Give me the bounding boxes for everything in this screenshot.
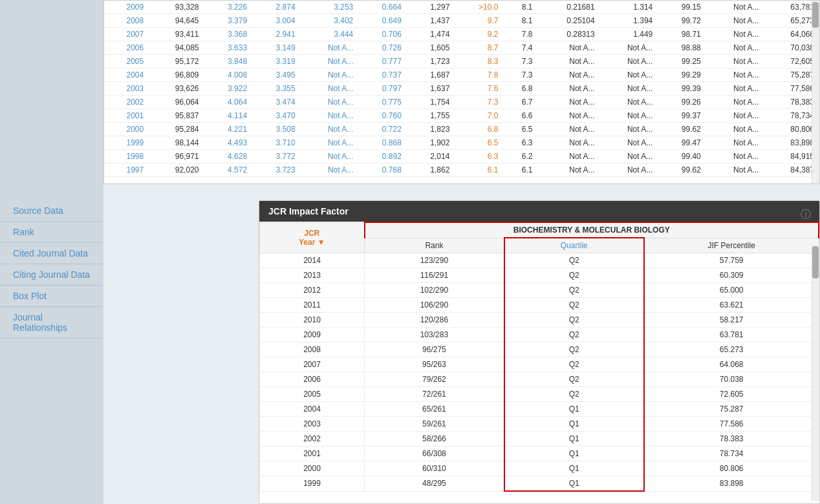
quartile-cell: Q2 bbox=[504, 328, 644, 342]
sidebar: Source DataRankCited Journal DataCiting … bbox=[0, 0, 103, 504]
sidebar-item-box-plot[interactable]: Box Plot bbox=[0, 286, 103, 307]
rank-column-header[interactable]: Rank bbox=[365, 238, 504, 253]
jif-percentile-cell: 78.734 bbox=[644, 446, 819, 461]
jcr-year-cell: 2008 bbox=[260, 342, 365, 357]
jif-percentile-cell: 57.759 bbox=[644, 253, 819, 268]
table-row: 200595,1723.8483.319Not A...0.7771,7238.… bbox=[104, 55, 819, 68]
table-row: 2000 60/310 Q1 80.806 bbox=[260, 461, 819, 476]
table-row: 2001 66/308 Q1 78.734 bbox=[260, 446, 819, 461]
year-cell: 2009 bbox=[104, 1, 149, 14]
table-row: 2012 102/290 Q2 65.000 bbox=[260, 283, 819, 298]
year-cell: 2004 bbox=[104, 68, 149, 82]
table-row: 200694,0853.6333.149Not A...0.7261,6058.… bbox=[104, 41, 819, 55]
year-cell: 2001 bbox=[104, 109, 149, 123]
jif-percentile-cell: 70.038 bbox=[644, 372, 819, 387]
jif-percentile-cell: 75.287 bbox=[644, 402, 819, 417]
year-cell: 2007 bbox=[104, 28, 149, 41]
jcr-year-cell: 2014 bbox=[260, 253, 365, 268]
jcr-year-cell: 2011 bbox=[260, 298, 365, 313]
top-table-scrollbar[interactable] bbox=[812, 1, 819, 184]
quartile-cell: Q1 bbox=[504, 446, 644, 461]
jif-percentile-cell: 63.621 bbox=[644, 298, 819, 313]
quartile-cell: Q2 bbox=[504, 313, 644, 328]
jcr-year-cell: 2003 bbox=[260, 417, 365, 432]
top-table-scrollbar-thumb[interactable] bbox=[812, 2, 819, 28]
table-row: 2009 103/283 Q2 63.781 bbox=[260, 328, 819, 342]
sidebar-item-citing-journal-data[interactable]: Citing Journal Data bbox=[0, 264, 103, 286]
jcr-panel-header: JCR Impact Factor bbox=[259, 201, 819, 222]
source-data-table: 200993,3283.2262.8743.2530.6641,297>10.0… bbox=[104, 1, 819, 177]
jcr-year-cell: 1999 bbox=[260, 476, 365, 492]
jcr-year-cell: 2009 bbox=[260, 328, 365, 342]
table-row: 2002 58/266 Q1 78.383 bbox=[260, 432, 819, 446]
rank-cell: 60/310 bbox=[365, 461, 504, 476]
table-row: 199792,0204.5723.723Not A...0.7681,8626.… bbox=[104, 163, 819, 177]
rank-cell: 66/308 bbox=[365, 446, 504, 461]
table-row: 200894,6453.3793.0043.4020.6491,4379.78.… bbox=[104, 14, 819, 28]
rank-cell: 72/261 bbox=[365, 387, 504, 402]
quartile-cell: Q2 bbox=[504, 253, 644, 268]
jcr-year-cell: 2010 bbox=[260, 313, 365, 328]
quartile-cell: Q2 bbox=[504, 268, 644, 283]
rank-cell: 48/295 bbox=[365, 476, 504, 492]
jcr-year-column-header[interactable]: JCRYear ▼ bbox=[260, 222, 365, 253]
quartile-column-header[interactable]: Quartile bbox=[504, 238, 644, 253]
jif-percentile-cell: 64.068 bbox=[644, 357, 819, 372]
quartile-cell: Q2 bbox=[504, 357, 644, 372]
sidebar-item-cited-journal-data[interactable]: Cited Journal Data bbox=[0, 243, 103, 264]
jcr-year-cell: 2006 bbox=[260, 372, 365, 387]
jcr-scrollbar-thumb[interactable] bbox=[812, 246, 819, 278]
rank-cell: 96/275 bbox=[365, 342, 504, 357]
rank-cell: 59/261 bbox=[365, 417, 504, 432]
jcr-year-cell: 2005 bbox=[260, 387, 365, 402]
rank-cell: 95/263 bbox=[365, 357, 504, 372]
quartile-cell: Q1 bbox=[504, 432, 644, 446]
sidebar-item-source-data[interactable]: Source Data bbox=[0, 200, 103, 222]
quartile-cell: Q1 bbox=[504, 476, 644, 492]
table-row: 200496,8094.0083.495Not A...0.7371,6877.… bbox=[104, 68, 819, 82]
table-row: 200793,4113.3682.9413.4440.7061,4749.27.… bbox=[104, 28, 819, 41]
jif-percentile-cell: 65.273 bbox=[644, 342, 819, 357]
top-data-table: 200993,3283.2262.8743.2530.6641,297>10.0… bbox=[103, 0, 820, 184]
sidebar-item-rank[interactable]: Rank bbox=[0, 222, 103, 243]
jcr-year-cell: 2002 bbox=[260, 432, 365, 446]
jif-percentile-cell: 78.383 bbox=[644, 432, 819, 446]
rank-cell: 103/283 bbox=[365, 328, 504, 342]
year-cell: 2008 bbox=[104, 14, 149, 28]
jcr-scrollbar[interactable] bbox=[812, 245, 819, 501]
rank-cell: 120/286 bbox=[365, 313, 504, 328]
table-row: 2013 116/291 Q2 60.309 bbox=[260, 268, 819, 283]
year-cell: 1997 bbox=[104, 163, 149, 177]
year-cell: 1998 bbox=[104, 150, 149, 163]
category-header: BIOCHEMISTRY & MOLECULAR BIOLOGY bbox=[365, 222, 819, 238]
sidebar-item-journal-relationships[interactable]: Journal Relationships bbox=[0, 307, 103, 339]
table-row: 2006 79/262 Q2 70.038 bbox=[260, 372, 819, 387]
year-cell: 1999 bbox=[104, 136, 149, 150]
table-row: 199896,9714.6283.772Not A...0.8922,0146.… bbox=[104, 150, 819, 163]
year-cell: 2006 bbox=[104, 41, 149, 55]
rank-cell: 65/261 bbox=[365, 402, 504, 417]
jcr-table-container[interactable]: JCRYear ▼ BIOCHEMISTRY & MOLECULAR BIOLO… bbox=[259, 222, 819, 501]
table-row: 200393,6263.9223.355Not A...0.7971,6377.… bbox=[104, 82, 819, 96]
table-row: 2004 65/261 Q1 75.287 bbox=[260, 402, 819, 417]
jcr-panel-title: JCR Impact Factor bbox=[268, 206, 349, 216]
info-icon[interactable]: ⓘ bbox=[801, 208, 811, 222]
table-row: 2007 95/263 Q2 64.068 bbox=[260, 357, 819, 372]
rank-cell: 123/290 bbox=[365, 253, 504, 268]
table-row: 1999 48/295 Q1 83.898 bbox=[260, 476, 819, 492]
jif-percentile-cell: 58.217 bbox=[644, 313, 819, 328]
rank-cell: 58/266 bbox=[365, 432, 504, 446]
table-row: 2005 72/261 Q2 72.605 bbox=[260, 387, 819, 402]
jif-percentile-cell: 63.781 bbox=[644, 328, 819, 342]
table-row: 2011 106/290 Q2 63.621 bbox=[260, 298, 819, 313]
quartile-cell: Q1 bbox=[504, 402, 644, 417]
jcr-year-cell: 2007 bbox=[260, 357, 365, 372]
year-cell: 2002 bbox=[104, 96, 149, 109]
jif-percentile-cell: 77.586 bbox=[644, 417, 819, 432]
jif-percentile-cell: 72.605 bbox=[644, 387, 819, 402]
rank-cell: 106/290 bbox=[365, 298, 504, 313]
jif-percentile-column-header[interactable]: JIF Percentile bbox=[644, 238, 819, 253]
quartile-cell: Q2 bbox=[504, 283, 644, 298]
jif-percentile-cell: 60.309 bbox=[644, 268, 819, 283]
rank-cell: 79/262 bbox=[365, 372, 504, 387]
